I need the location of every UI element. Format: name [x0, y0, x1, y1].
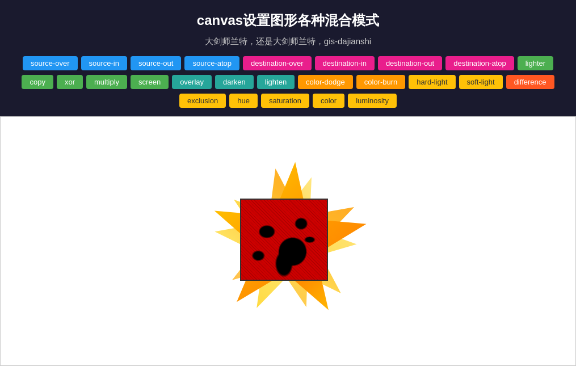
btn-xor[interactable]: xor: [57, 75, 83, 89]
btn-destination-over[interactable]: destination-over: [243, 56, 312, 70]
btn-source-out[interactable]: source-out: [131, 56, 181, 70]
btn-difference[interactable]: difference: [506, 75, 554, 89]
subtitle: 大剑师兰特，还是大剑师兰特，gis-dajianshi: [6, 36, 570, 47]
blend-image: [240, 199, 328, 281]
btn-lighten[interactable]: lighten: [257, 75, 295, 89]
btn-exclusion[interactable]: exclusion: [179, 94, 226, 108]
btn-color-burn[interactable]: color-burn: [356, 75, 406, 89]
header-section: canvas设置图形各种混合模式 大剑师兰特，还是大剑师兰特，gis-dajia…: [0, 0, 576, 116]
btn-color-dodge[interactable]: color-dodge: [298, 75, 353, 89]
button-row-3: exclusion hue saturation color luminosit…: [179, 94, 397, 108]
button-row-2: copy xor multiply screen overlay darken …: [22, 75, 554, 89]
btn-color[interactable]: color: [313, 94, 344, 108]
btn-darken[interactable]: darken: [215, 75, 254, 89]
btn-hue[interactable]: hue: [229, 94, 258, 108]
btn-overlay[interactable]: overlay: [172, 75, 212, 89]
button-rows: source-over source-in source-out source-…: [6, 56, 570, 108]
btn-hard-light[interactable]: hard-light: [409, 75, 455, 89]
btn-destination-in[interactable]: destination-in: [315, 56, 375, 70]
button-row-1: source-over source-in source-out source-…: [23, 56, 553, 70]
btn-multiply[interactable]: multiply: [86, 75, 127, 89]
btn-source-in[interactable]: source-in: [81, 56, 127, 70]
btn-copy[interactable]: copy: [22, 75, 53, 89]
canvas-container: [203, 156, 373, 326]
btn-source-over[interactable]: source-over: [23, 56, 78, 70]
page-title: canvas设置图形各种混合模式: [6, 11, 570, 29]
btn-destination-out[interactable]: destination-out: [378, 56, 442, 70]
canvas-area: [0, 116, 576, 366]
btn-luminosity[interactable]: luminosity: [348, 94, 397, 108]
btn-source-atop[interactable]: source-atop: [184, 56, 239, 70]
btn-lighter[interactable]: lighter: [518, 56, 553, 70]
btn-soft-light[interactable]: soft-light: [459, 75, 503, 89]
btn-destination-atop[interactable]: destination-atop: [445, 56, 514, 70]
btn-screen[interactable]: screen: [131, 75, 169, 89]
btn-saturation[interactable]: saturation: [261, 94, 309, 108]
